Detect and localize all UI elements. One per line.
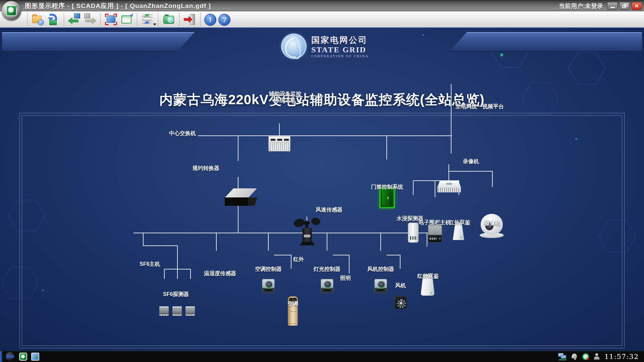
taskbar-display-icon[interactable]	[31, 353, 39, 361]
connector-line	[177, 246, 178, 269]
connector-line	[380, 233, 381, 251]
device-video-recorder[interactable]	[437, 181, 461, 192]
forward-icon[interactable]	[83, 13, 97, 26]
connector-line	[164, 269, 165, 279]
connector-line-field-bus	[133, 233, 435, 233]
device-light-controller[interactable]	[321, 279, 333, 293]
connector-line	[448, 171, 493, 172]
layers-dropdown-icon[interactable]	[153, 23, 156, 25]
device-sf6-detector-1[interactable]	[159, 306, 169, 316]
system-tray: 11:57:32	[558, 353, 644, 361]
label-fan: 风机	[390, 282, 411, 289]
snapshot-icon[interactable]	[162, 13, 175, 26]
connector-line	[386, 255, 400, 255]
diagram-inner-border	[22, 115, 622, 346]
toolbar: ! ?	[0, 11, 644, 28]
page-title: 内蒙古乌海220kV变电站辅助设备监控系统(全站总览)	[0, 90, 644, 109]
device-water-detector[interactable]	[408, 223, 419, 243]
banner-right-wing	[449, 32, 642, 52]
app-logo-icon[interactable]	[2, 1, 21, 20]
device-aux-monitor-host[interactable]	[268, 136, 290, 152]
connector-line	[413, 181, 414, 195]
label-ac-unit: 空调	[283, 300, 303, 307]
connector-line	[291, 255, 291, 269]
state-grid-emblem-icon	[281, 34, 307, 59]
help-icon[interactable]: ?	[218, 14, 230, 26]
connector-line	[492, 172, 493, 187]
connection-status-icon[interactable]	[582, 353, 589, 360]
connector-line	[190, 269, 191, 279]
clock: 11:57:32	[604, 353, 639, 361]
window-mode-icon[interactable]	[120, 13, 133, 26]
label-center-switch: 中心交换机	[157, 130, 196, 136]
back-icon[interactable]	[68, 13, 81, 26]
label-sf6-detector: SF6探测器	[163, 291, 189, 297]
connector-line	[427, 233, 427, 247]
taskbar-scada-app-icon[interactable]	[19, 353, 27, 361]
close-button[interactable]: ✕	[631, 2, 642, 10]
device-sf6-detector-3[interactable]	[185, 306, 195, 316]
exit-icon[interactable]	[183, 13, 197, 26]
label-aux-host: 辅助设备监控 系统主机	[260, 90, 310, 103]
device-ac-controller[interactable]	[262, 279, 275, 293]
state-grid-logo: 国家电网公司 STATE GRID CORPORATION OF CHINA	[281, 34, 369, 59]
label-infrared: 红外	[293, 256, 304, 262]
label-protocol-converter: 规约转换器	[190, 165, 219, 171]
label-light-controller: 灯光控制器	[309, 266, 345, 272]
label-video-platform: 至电网统一视频平台	[455, 103, 504, 110]
label-lighting: 照明	[340, 275, 351, 281]
device-sf6-detector-2[interactable]	[172, 306, 182, 316]
label-sf6-host: SF6主机	[140, 261, 160, 267]
label-ac-controller: 空调控制器	[250, 266, 287, 272]
layers-icon[interactable]	[141, 13, 154, 26]
title-bar: 图形显示程序 - [ SCADA应用 ] - [ QuanZhanZongLan…	[0, 0, 644, 11]
connector-line	[274, 255, 291, 255]
device-wind-sensor[interactable]	[294, 216, 321, 246]
device-dome-camera[interactable]	[480, 214, 504, 239]
user-session-icon[interactable]	[594, 353, 600, 360]
connector-line	[413, 180, 459, 181]
network-icon[interactable]	[558, 353, 567, 360]
connector-line	[327, 233, 327, 251]
label-camera: 摄像机	[484, 220, 500, 226]
connector-line	[216, 233, 217, 251]
open-file-icon[interactable]	[31, 13, 45, 26]
label-fence-host: 电子围栏主机	[419, 219, 451, 226]
main-canvas: 国家电网公司 STATE GRID CORPORATION OF CHINA 内…	[0, 28, 644, 351]
banner-left-wing	[2, 32, 195, 52]
taskbar: SHR 11:57:32	[0, 351, 644, 362]
connector-line	[143, 233, 144, 246]
device-access-control[interactable]	[379, 187, 395, 208]
connector-line	[238, 136, 238, 161]
fullscreen-icon[interactable]	[104, 13, 118, 26]
shr-start-button[interactable]: SHR	[5, 352, 15, 362]
minimize-button[interactable]	[607, 2, 618, 10]
device-fan[interactable]	[394, 296, 407, 309]
connector-line	[435, 181, 435, 197]
connector-line-center-switch-bus	[198, 135, 452, 136]
connector-line	[349, 255, 350, 274]
label-recorder: 录像机	[463, 158, 479, 165]
restore-button[interactable]	[619, 2, 630, 10]
label-door-access: 门禁控制系统	[370, 184, 404, 190]
about-icon[interactable]: !	[204, 14, 216, 26]
connector-line-video-platform	[451, 84, 451, 154]
connector-line	[448, 164, 449, 181]
device-protocol-converter[interactable]	[221, 188, 259, 206]
connector-line	[279, 123, 280, 136]
logo-sub: CORPORATION OF CHINA	[311, 54, 369, 58]
label-infrared-dual-1: 红外双鉴	[449, 219, 470, 226]
device-fan-controller[interactable]	[374, 279, 387, 293]
connector-line	[268, 233, 269, 251]
connector-line	[386, 136, 387, 160]
scada-window: 图形显示程序 - [ SCADA应用 ] - [ QuanZhanZongLan…	[0, 0, 644, 362]
import-icon[interactable]	[47, 13, 60, 26]
taskbar-edge-strip	[0, 351, 2, 362]
connector-line	[400, 255, 400, 269]
logo-en: STATE GRID	[311, 46, 369, 54]
device-electric-fence-host[interactable]	[428, 225, 442, 243]
label-infrared-dual-2: 红外双鉴	[415, 273, 441, 279]
alarm-bell-icon[interactable]	[572, 353, 578, 360]
current-user-status: 当前用户:未登录	[559, 2, 603, 10]
label-wind-sensor: 风速传感器	[316, 206, 342, 213]
